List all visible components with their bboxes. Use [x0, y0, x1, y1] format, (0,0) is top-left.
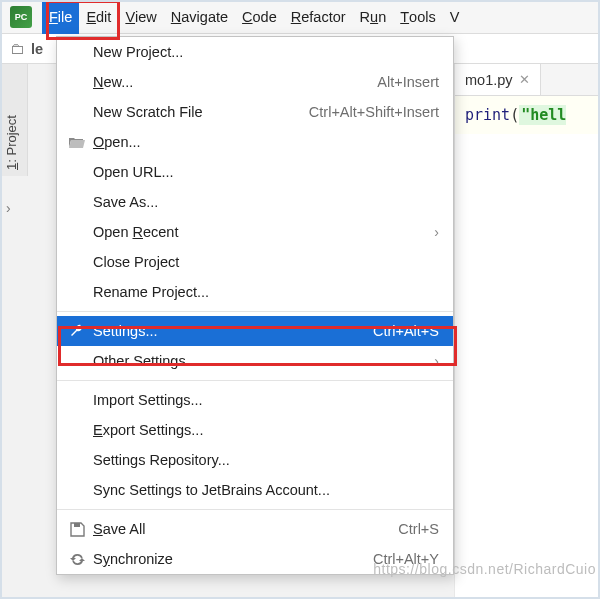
menu-vcs-truncated[interactable]: V	[443, 0, 467, 34]
project-collapse-icon[interactable]: ›	[6, 200, 11, 216]
editor-tab[interactable]: mo1.py ✕	[455, 64, 541, 95]
tool-window-stripe[interactable]: 1: Project	[0, 64, 28, 176]
folder-open-icon	[67, 136, 87, 148]
menu-separator	[57, 509, 453, 510]
svg-rect-0	[74, 523, 80, 527]
menu-item-settings-repository[interactable]: Settings Repository...	[57, 445, 453, 475]
menu-item-save-all[interactable]: Save All Ctrl+S	[57, 514, 453, 544]
wrench-icon	[67, 323, 87, 339]
menu-bar: File Edit View Navigate Code Refactor Ru…	[0, 0, 600, 34]
editor-tab-bar: mo1.py ✕	[455, 64, 600, 96]
submenu-arrow-icon: ›	[434, 224, 439, 240]
menu-separator	[57, 380, 453, 381]
menu-item-sync-settings[interactable]: Sync Settings to JetBrains Account...	[57, 475, 453, 505]
breadcrumb-text: le	[31, 41, 43, 57]
menu-item-new-project[interactable]: New Project...	[57, 37, 453, 67]
menu-navigate[interactable]: Navigate	[164, 0, 235, 34]
menu-file[interactable]: File	[42, 0, 79, 34]
menu-code[interactable]: Code	[235, 0, 284, 34]
editor-tab-label: mo1.py	[465, 72, 513, 88]
menu-item-settings[interactable]: Settings... Ctrl+Alt+S	[57, 316, 453, 346]
editor-area: mo1.py ✕ print("hell	[454, 64, 600, 599]
menu-item-export-settings[interactable]: Export Settings...	[57, 415, 453, 445]
menu-item-open[interactable]: Open...	[57, 127, 453, 157]
submenu-arrow-icon: ›	[434, 353, 439, 369]
menu-item-new-scratch[interactable]: New Scratch File Ctrl+Alt+Shift+Insert	[57, 97, 453, 127]
menu-item-synchronize[interactable]: Synchronize Ctrl+Alt+Y	[57, 544, 453, 574]
menu-tools[interactable]: Tools	[393, 0, 442, 34]
menu-item-rename-project[interactable]: Rename Project...	[57, 277, 453, 307]
file-menu-dropdown: New Project... New... Alt+Insert New Scr…	[56, 36, 454, 575]
folder-icon: 🗀	[10, 40, 25, 57]
menu-item-open-recent[interactable]: Open Recent ›	[57, 217, 453, 247]
tool-window-project-tab[interactable]: 1: Project	[4, 115, 19, 170]
menu-item-save-as[interactable]: Save As...	[57, 187, 453, 217]
menu-item-other-settings[interactable]: Other Settings ›	[57, 346, 453, 376]
menu-item-new[interactable]: New... Alt+Insert	[57, 67, 453, 97]
menu-item-import-settings[interactable]: Import Settings...	[57, 385, 453, 415]
menu-item-close-project[interactable]: Close Project	[57, 247, 453, 277]
ide-screenshot: File Edit View Navigate Code Refactor Ru…	[0, 0, 600, 599]
menu-edit[interactable]: Edit	[79, 0, 118, 34]
menu-item-open-url[interactable]: Open URL...	[57, 157, 453, 187]
code-editor[interactable]: print("hell	[455, 96, 600, 134]
close-icon[interactable]: ✕	[519, 72, 530, 87]
menu-view[interactable]: View	[118, 0, 163, 34]
save-icon	[67, 522, 87, 537]
menu-refactor[interactable]: Refactor	[284, 0, 353, 34]
menu-separator	[57, 311, 453, 312]
menu-run[interactable]: Run	[353, 0, 394, 34]
refresh-icon	[67, 552, 87, 567]
pycharm-logo-icon	[10, 6, 32, 28]
